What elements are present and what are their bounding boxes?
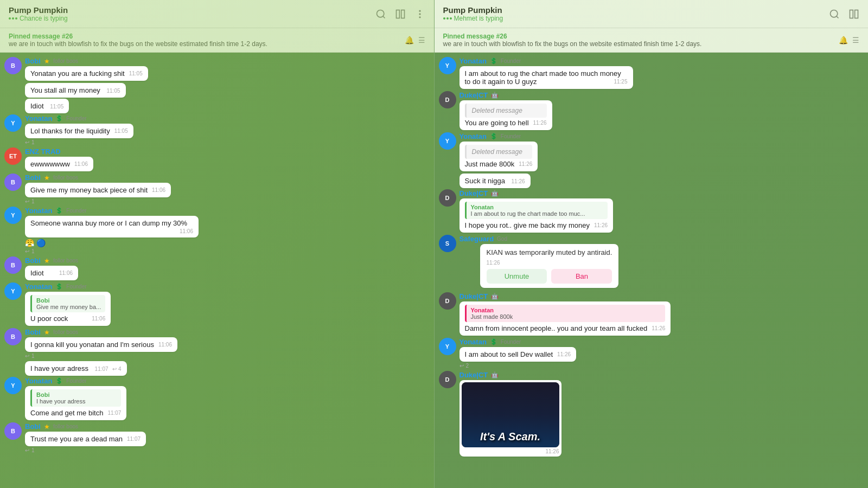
message-bubble: Yonatan I am about to rug the chart made… <box>459 198 614 233</box>
avatar: Y <box>4 207 22 224</box>
left-typing-dots <box>9 17 17 20</box>
meme-image: It's A Scam. <box>462 382 559 447</box>
message-time: 11:25 <box>614 79 627 85</box>
right-pin-list-icon[interactable]: ☰ <box>852 36 859 44</box>
right-pin-bell-icon[interactable]: 🔔 <box>839 36 848 44</box>
message-time: 11:26 <box>557 351 571 357</box>
message-text: Damn from innocent people.. you and your… <box>465 324 648 332</box>
reply-count: 1 <box>31 198 35 204</box>
quoted-sender: Yonatan <box>471 204 604 210</box>
message-text: I have your adress <box>30 364 88 373</box>
avatar: Y <box>4 377 22 394</box>
message-text: Lol thanks for the liquidity <box>30 127 110 135</box>
unmute-button[interactable]: Unmute <box>487 269 547 284</box>
simple-message: Suck it nigga 11:26 <box>459 174 531 188</box>
bubble-wrap: Yonatan 💲 Founder I am about to rug the … <box>459 57 633 89</box>
svg-point-7 <box>831 10 838 17</box>
right-search-icon[interactable] <box>829 9 840 20</box>
msg-header: Bobi ★ follor boos <box>25 256 78 265</box>
deleted-message: Deleted message <box>465 104 547 118</box>
simple-message: Idiot 11:05 <box>25 99 69 113</box>
avatar: D <box>439 91 456 108</box>
role-badge: Founder <box>501 339 521 345</box>
search-icon[interactable] <box>375 9 386 20</box>
list-item: I have your adress 11:07 ↩ 4 <box>4 361 430 377</box>
svg-line-8 <box>837 16 839 18</box>
right-messages-area[interactable]: Y Yonatan 💲 Founder I am about to rug th… <box>435 53 869 488</box>
safeguard-message: KIAN was temporarily muted by antiraid. … <box>480 244 619 288</box>
reply-count: ↩ 4 <box>112 366 121 372</box>
role-badge: Founder <box>501 133 521 139</box>
left-pinned-icons: 🔔 ☰ <box>405 36 425 44</box>
ban-button[interactable]: Ban <box>551 269 612 284</box>
table-row: D Duke|CT 🤖 Yonatan Just made 800k Damn … <box>439 292 864 336</box>
table-row: B Bobi ★ follor boos Yonatan you are a f… <box>4 57 430 81</box>
message-time: 11:07 <box>107 410 121 416</box>
message-bubble: Yonatan you are a fucking shit 11:05 <box>25 66 148 81</box>
message-bubble: Deleted message Just made 800k 11:26 <box>459 142 538 171</box>
message-time: 11:07 <box>95 366 108 372</box>
message-time: 11:06 <box>92 316 105 322</box>
avatar: D <box>439 292 456 310</box>
more-icon[interactable] <box>414 9 425 20</box>
table-row: D Duke|CT 🤖 Deleted message You are goin… <box>439 91 864 130</box>
message-time: 11:26 <box>533 120 547 126</box>
pin-list-icon[interactable]: ☰ <box>418 36 425 44</box>
bubble-wrap: Bobi ★ follor boos Yonatan you are a fuc… <box>25 57 148 81</box>
sender-name: Duke|CT <box>459 292 488 300</box>
message-text: Idiot <box>30 102 44 110</box>
svg-point-5 <box>419 13 420 15</box>
message-text: Suck it nigga <box>465 177 505 185</box>
message-bubble: Lol thanks for the liquidity 11:05 <box>25 124 133 138</box>
sender-name: Bobi <box>25 328 41 336</box>
role-badge: follor boos <box>53 175 78 181</box>
left-messages-area[interactable]: B Bobi ★ follor boos Yonatan you are a f… <box>0 53 434 488</box>
quoted-text: Give me my money ba... <box>36 304 101 310</box>
sender-name: Bobi <box>25 174 41 182</box>
meme-text: It's A Scam. <box>476 426 545 447</box>
quoted-message: Bobi Give me my money ba... <box>30 295 105 312</box>
message-bubble: Trust me you are a dead man 11:07 <box>25 432 146 446</box>
sender-name: Safeguard <box>459 235 494 243</box>
right-pinned-bar: Pinned message #26 we are in touch with … <box>435 28 869 53</box>
msg-header: Duke|CT 🤖 <box>459 91 552 99</box>
right-typing-dots <box>443 17 452 20</box>
verified-icon: 💲 <box>55 283 63 290</box>
right-header-info: Pump Pumpkin Mehmet is typing <box>443 5 503 22</box>
msg-header: Bobi ★ follor boos <box>25 328 177 336</box>
message-time: 11:06 <box>180 228 193 234</box>
right-typing-indicator: Mehmet is typing <box>443 15 503 22</box>
left-pinned-content: Pinned message #26 we are in touch with … <box>9 33 405 48</box>
role-badge: Founder <box>66 115 86 121</box>
left-typing-text: Chance is typing <box>20 15 68 22</box>
right-chat-panel: Pump Pumpkin Mehmet is typing Pinned mes… <box>435 0 869 488</box>
message-text: U poor cock <box>30 314 68 323</box>
table-row: D Duke|CT 🤖 Yonatan I am about to rug th… <box>439 189 864 233</box>
right-columns-icon[interactable] <box>848 9 859 20</box>
message-text: I am about to sell Dev wallet <box>465 350 553 358</box>
avatar: B <box>4 174 22 191</box>
bubble-wrap: Bobi ★ follor boos Trust me you are a de… <box>25 422 146 453</box>
safeguard-text: KIAN was temporarily muted by antiraid. <box>487 248 612 256</box>
msg-meta: ↩1 <box>25 353 177 359</box>
message-text: Just made 800k <box>465 160 515 168</box>
msg-header: Duke|CT 🤖 <box>459 189 614 197</box>
columns-icon[interactable] <box>395 9 406 20</box>
message-text: Come and get me bitch <box>30 409 103 417</box>
safeguard-actions: Unmute Ban <box>487 269 612 284</box>
svg-line-1 <box>382 16 385 18</box>
message-bubble: Deleted message You are going to hell 11… <box>459 100 552 130</box>
sender-name: Yonatan <box>459 132 487 140</box>
msg-header: Yonatan 💲 Founder <box>459 132 538 140</box>
verified-icon: 💲 <box>490 133 497 140</box>
sender-name: Duke|CT <box>459 371 488 379</box>
pin-bell-icon[interactable]: 🔔 <box>405 36 414 44</box>
right-typing-text: Mehmet is typing <box>454 15 503 22</box>
sender-name: ENZ TRAD <box>25 147 61 156</box>
quoted-message: Yonatan Just made 800k <box>465 305 666 322</box>
sender-name: Bobi <box>25 256 41 265</box>
message-text: ewwwwwww <box>30 160 70 168</box>
message-time: 11:26 <box>512 178 525 184</box>
dot-3 <box>15 17 17 20</box>
svg-rect-10 <box>855 10 858 18</box>
